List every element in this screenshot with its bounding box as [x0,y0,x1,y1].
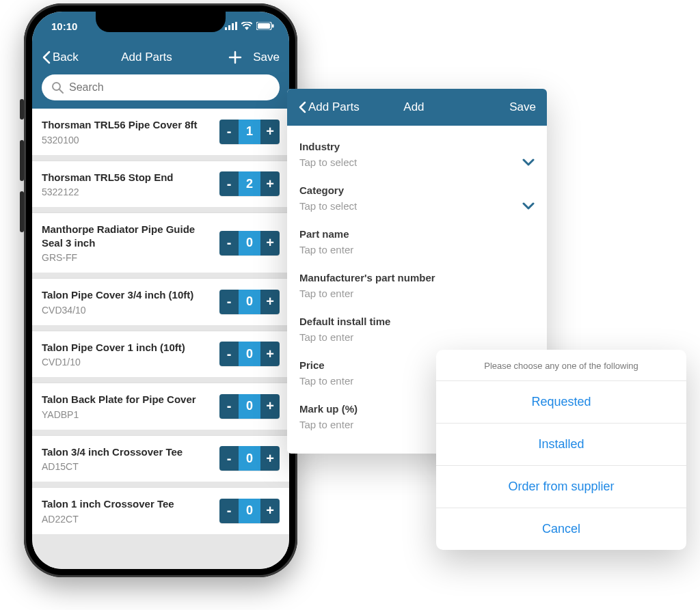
part-sku: GRS-FF [42,252,213,263]
svg-rect-1 [228,25,230,30]
part-row: Thorsman TRL56 Stop End 5322122 - 2 + [32,161,289,208]
status-icons [225,22,274,30]
battery-icon [256,22,274,30]
add-panel-header: Add Parts Add Save [287,89,547,126]
field-mpn[interactable]: Manufacturer's part number Tap to enter [299,265,535,309]
parts-list[interactable]: Thorsman TRL56 Pipe Cover 8ft 5320100 - … [32,109,289,569]
search-field[interactable] [42,74,280,100]
phone-volume-up [20,140,24,181]
increment-button[interactable]: + [260,290,280,314]
option-installed[interactable]: Installed [436,423,686,465]
decrement-button[interactable]: - [219,120,239,144]
option-requested[interactable]: Requested [436,380,686,423]
quantity-stepper: - 0 + [219,290,280,314]
part-name: Thorsman TRL56 Pipe Cover 8ft [42,118,213,132]
action-sheet-title: Please choose any one of the following [436,350,686,380]
option-order-from-supplier[interactable]: Order from supplier [436,465,686,508]
part-sku: YADBP1 [42,409,213,420]
part-sku: AD22CT [42,514,213,525]
part-name: Manthorpe Radiator Pipe Guide Seal 3 inc… [42,223,213,249]
quantity-stepper: - 0 + [219,499,280,523]
action-sheet: Please choose any one of the following R… [436,350,686,550]
part-row: Manthorpe Radiator Pipe Guide Seal 3 inc… [32,212,289,273]
decrement-button[interactable]: - [219,231,239,255]
svg-rect-2 [232,23,234,30]
increment-button[interactable]: + [260,499,280,523]
decrement-button[interactable]: - [219,394,239,419]
quantity-value: 2 [239,171,260,196]
search-bar [32,74,289,109]
field-category[interactable]: Category Tap to select [299,178,535,221]
field-label: Part name [299,228,535,240]
field-industry[interactable]: Industry Tap to select [299,134,535,178]
svg-rect-6 [272,25,274,28]
quantity-value: 1 [239,120,260,144]
plus-icon [228,51,242,64]
chevron-left-icon [298,101,307,113]
quantity-stepper: - 0 + [219,231,280,255]
quantity-stepper: - 2 + [219,171,280,196]
quantity-stepper: - 0 + [219,394,280,419]
part-sku: 5322122 [42,186,213,197]
svg-rect-5 [258,23,270,29]
part-row: Talon Back Plate for Pipe Cover YADBP1 -… [32,383,289,430]
status-time: 10:10 [51,20,77,32]
signal-icon [225,22,237,30]
wifi-icon [241,22,252,30]
quantity-value: 0 [239,231,260,255]
decrement-button[interactable]: - [219,290,239,314]
field-label: Category [299,184,535,196]
increment-button[interactable]: + [260,394,280,419]
field-value: Tap to enter [299,288,353,299]
increment-button[interactable]: + [260,120,280,144]
quantity-value: 0 [239,499,260,523]
part-sku: 5320100 [42,135,213,145]
quantity-value: 0 [239,394,260,419]
phone-volume-down [20,191,24,232]
field-install-time[interactable]: Default install time Tap to enter [299,309,535,352]
search-input[interactable] [69,81,270,94]
decrement-button[interactable]: - [219,171,239,196]
part-name: Talon Pipe Cover 3/4 inch (10ft) [42,288,213,302]
part-name: Talon Back Plate for Pipe Cover [42,393,213,406]
part-row: Talon 3/4 inch Crossover Tee AD15CT - 0 … [32,435,289,482]
part-sku: CVD34/10 [42,305,213,316]
part-row: Talon Pipe Cover 1 inch (10ft) CVD1/10 -… [32,331,289,378]
save-button[interactable]: Save [253,51,280,64]
phone-screen: 10:10 Back Add Parts [32,12,289,569]
svg-rect-3 [235,22,237,30]
phone-mute-switch [20,99,24,120]
option-cancel[interactable]: Cancel [436,508,686,550]
decrement-button[interactable]: - [219,499,239,523]
increment-button[interactable]: + [260,231,280,255]
add-save-button[interactable]: Save [509,100,536,114]
decrement-button[interactable]: - [219,446,239,471]
search-icon [51,81,64,94]
quantity-value: 0 [239,290,260,314]
field-value: Tap to enter [299,244,353,255]
chevron-down-icon [522,158,535,167]
field-label: Manufacturer's part number [299,272,535,283]
svg-rect-0 [225,27,227,30]
chevron-down-icon [522,202,535,210]
part-sku: CVD1/10 [42,357,213,368]
increment-button[interactable]: + [260,171,280,196]
field-value: Tap to enter [299,375,353,387]
add-button[interactable] [228,51,242,64]
field-label: Default install time [299,316,535,327]
increment-button[interactable]: + [260,342,280,366]
field-value: Tap to enter [299,331,353,343]
part-name: Talon 1 inch Crossover Tee [42,497,213,511]
field-part-name[interactable]: Part name Tap to enter [299,221,535,265]
phone-notch [96,12,226,32]
decrement-button[interactable]: - [219,342,239,366]
part-name: Talon 3/4 inch Crossover Tee [42,445,213,459]
part-name: Talon Pipe Cover 1 inch (10ft) [42,341,213,355]
increment-button[interactable]: + [260,446,280,471]
field-value: Tap to enter [299,419,353,430]
nav-header: Back Add Parts Save [32,40,289,74]
part-name: Thorsman TRL56 Stop End [42,171,213,184]
quantity-value: 0 [239,342,260,366]
svg-line-8 [59,89,63,93]
quantity-stepper: - 0 + [219,342,280,366]
